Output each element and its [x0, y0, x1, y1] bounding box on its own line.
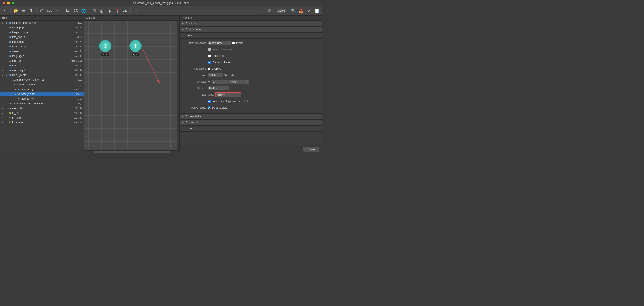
tree-row[interactable]: ● ■ share ◆0,-80	[0, 49, 84, 54]
tree-row[interactable]: ● ■ menu_right ↖32,32	[0, 68, 84, 73]
auto-size-label[interactable]: Auto Size	[212, 54, 224, 58]
tree-row[interactable]: ● ⚙ ht_node ↓122,186	[0, 116, 84, 120]
undo-button[interactable]: ↩	[258, 7, 265, 14]
inherit-filter-label[interactable]: Inherit filter tags from parent cloner	[212, 100, 253, 103]
close-button[interactable]: Close	[303, 146, 320, 152]
photo-button[interactable]: 🏞	[122, 7, 129, 14]
section-position[interactable]: ▶ Position	[180, 20, 322, 26]
eye-icon[interactable]: ●	[0, 98, 5, 100]
tree-row[interactable]: ● ▶ ■ menu_center_container ↓26,0	[0, 101, 84, 106]
invert-checkbox[interactable]	[232, 42, 235, 44]
eye-icon[interactable]: ●	[0, 36, 5, 38]
eye-icon[interactable]: ●	[0, 93, 6, 96]
tree-row[interactable]: ● ▼ ■ thumbnail_menu ↗0,5	[0, 82, 84, 87]
share-icon[interactable]: ⇄	[208, 80, 210, 84]
image-button[interactable]: 🖼	[64, 7, 72, 14]
canvas-area[interactable]: ⊙ $(hs) ⊕ $(hs)	[84, 20, 177, 150]
eye-icon[interactable]: ●	[0, 31, 5, 34]
inherit-filter-checkbox[interactable]	[208, 100, 211, 103]
tag-dropdown-wrapper[interactable]	[226, 93, 231, 96]
invert-clone-order-label[interactable]: Invert clone order	[212, 48, 233, 51]
source-select-wrapper[interactable]: Nodes Tags	[208, 86, 229, 90]
tree-row-toggle[interactable]: ▶	[10, 102, 12, 105]
cursor-button[interactable]: ⬡	[38, 7, 45, 14]
rect-button[interactable]: ▭	[20, 7, 27, 14]
tree-row[interactable]: ● ■ url_popup ↓0,120	[0, 25, 84, 30]
clone-direction-select[interactable]: Single Row Grid Single Column	[208, 41, 231, 45]
auto-size-checkbox[interactable]	[208, 54, 211, 58]
share-button[interactable]: ↗	[306, 7, 312, 14]
bar-button[interactable]: —	[140, 7, 147, 14]
scroll-to-view-label[interactable]: Scroll to view	[212, 106, 227, 109]
section-appearance[interactable]: ▶ Appearance	[180, 26, 322, 32]
minimize-window-button[interactable]	[7, 2, 10, 4]
globe-button[interactable]: 🌐	[80, 7, 87, 14]
vertical-unit-select[interactable]: Rows Columns	[228, 80, 250, 84]
transition-enabled-label[interactable]: Enabled	[212, 67, 221, 70]
search-button[interactable]: 🔍	[290, 7, 297, 14]
map-button[interactable]: 🗺	[72, 7, 79, 14]
export-button[interactable]: 📤	[298, 7, 305, 14]
tree-row-toggle[interactable]: ▼	[5, 74, 8, 76]
tag-dropdown[interactable]	[226, 93, 231, 96]
section-cloner[interactable]: ▼ Cloner	[180, 32, 322, 39]
eye-icon[interactable]: ●	[0, 88, 5, 91]
tree-row-toggle[interactable]: ▶	[14, 88, 17, 90]
tag-remove-button[interactable]: ✕	[223, 94, 225, 96]
stats-button[interactable]: 📊	[313, 7, 320, 14]
tree-row-selected[interactable]: ● ▶ ⚙ node_cloner ↗50,0	[0, 92, 84, 96]
clone-direction-select-wrapper[interactable]: Single Row Grid Single Column	[208, 41, 231, 45]
tree-row-toggle[interactable]: ▶	[14, 93, 17, 95]
canvas-scrollbar-horizontal[interactable]	[84, 150, 179, 153]
open-folder-button[interactable]: 📂	[12, 7, 19, 14]
svg-button[interactable]: SVG	[46, 7, 53, 14]
screen-button[interactable]: 🖥	[132, 7, 139, 14]
eye-icon[interactable]: ●	[0, 40, 5, 43]
eye-icon[interactable]: ●	[0, 69, 5, 72]
invert-label[interactable]: Invert	[236, 42, 242, 44]
tree-row[interactable]: ● ■ languages ◆0,-80	[0, 54, 84, 58]
tree-row[interactable]: ● ⚙ ht_url ↓266,184	[0, 111, 84, 116]
tree-row[interactable]: ● ▶ ■ thumbs_right ↙-48,13	[0, 87, 84, 92]
eye-icon[interactable]: ●	[0, 55, 5, 58]
tree-row[interactable]: ● ▶ ■ thumbs_left ↓0,13	[0, 96, 84, 101]
eye-icon[interactable]: ●	[0, 22, 5, 24]
tree-row[interactable]: ● ■ image_popup ↓0,120	[0, 30, 84, 35]
eye-icon[interactable]: ●	[0, 102, 5, 105]
compass-button[interactable]: ◎	[98, 7, 105, 14]
center-in-parent-checkbox[interactable]	[208, 61, 211, 64]
eye-icon[interactable]: ●	[0, 112, 5, 114]
select-tool-button[interactable]: ↖	[2, 7, 9, 14]
grid-button[interactable]: ⊞	[91, 7, 98, 14]
eye-icon[interactable]: ●	[0, 83, 5, 86]
redo-button[interactable]: ⟳	[266, 7, 273, 14]
eye-icon[interactable]: ●	[0, 121, 5, 124]
tree-row-toggle[interactable]: ▼	[10, 84, 12, 86]
eye-icon[interactable]: ●	[0, 64, 5, 67]
tree-row[interactable]: ● ▬ map_pin ◆388,-213	[0, 58, 84, 63]
tree-row[interactable]: ● ■ pdf_popup ↓0,120	[0, 40, 84, 44]
tree-row[interactable]: ● ■ menu_left ↗32,32	[0, 106, 84, 111]
center-in-parent-label[interactable]: Center in Parent	[212, 61, 231, 64]
vertical-input[interactable]	[212, 80, 226, 84]
text-button[interactable]: T	[28, 7, 35, 14]
tree-row-toggle[interactable]: ▶	[14, 98, 17, 100]
diamond-button[interactable]: ◆	[106, 7, 113, 14]
eye-icon[interactable]: ●	[0, 78, 5, 81]
eye-icon[interactable]: ●	[0, 107, 5, 110]
tree-row-toggle[interactable]: ▶	[5, 22, 8, 24]
invert-clone-order-checkbox[interactable]	[208, 48, 211, 51]
tags-container[interactable]: Test ✕	[215, 92, 241, 97]
tree-row[interactable]: ● ▶ ■ sounds_splashscreen ◆0,0	[0, 20, 84, 25]
location-button[interactable]: 📍	[114, 7, 121, 14]
eye-icon[interactable]: ●	[0, 60, 5, 62]
transition-enabled-checkbox[interactable]	[208, 68, 210, 70]
tree-content[interactable]: ● ▶ ■ sounds_splashscreen ◆0,0 ● ■ url_p…	[0, 20, 84, 153]
eye-icon[interactable]: ●	[0, 26, 5, 29]
tree-row[interactable]: ● ▼ ■ menu_center ↗96,32	[0, 73, 84, 78]
letter-button[interactable]: A	[54, 7, 61, 14]
eye-icon[interactable]: ●	[0, 45, 5, 48]
eye-icon[interactable]: ●	[0, 116, 5, 119]
tree-row[interactable]: ● ■ video_popup ↓0,120	[0, 44, 84, 49]
time-input[interactable]	[208, 73, 223, 78]
